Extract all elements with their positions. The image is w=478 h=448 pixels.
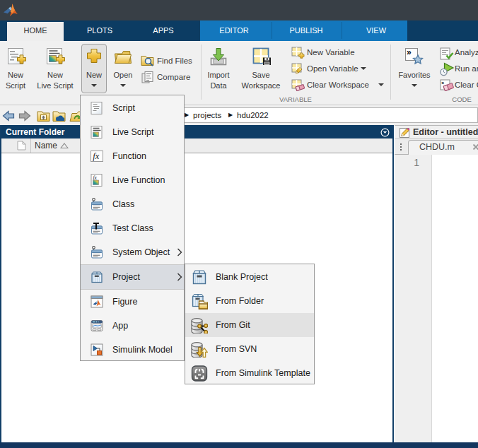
svg-text:»: » [441, 81, 444, 86]
svg-text:»: » [407, 47, 412, 57]
svg-text:fx: fx [93, 151, 99, 161]
svg-text:fx: fx [93, 175, 98, 181]
